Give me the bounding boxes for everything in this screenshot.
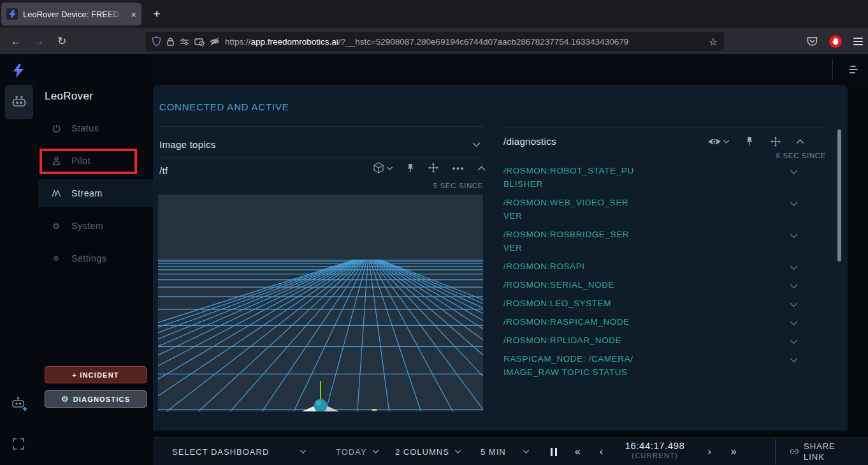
browser-tab[interactable]: LeoRover Device: FREED × xyxy=(1,3,141,26)
tracking-shield-icon[interactable] xyxy=(152,36,161,47)
pin-icon[interactable] xyxy=(406,163,415,173)
share-link-button[interactable]: SHARE LINK xyxy=(790,441,835,462)
pocket-icon[interactable] xyxy=(807,36,818,47)
new-tab-button[interactable]: + xyxy=(148,5,166,23)
date-dropdown[interactable]: TODAY xyxy=(336,438,378,465)
fullscreen-expand-icon[interactable] xyxy=(13,438,24,450)
chevron-down-icon xyxy=(472,139,481,147)
diagnostics-list: /ROSMON:ROBOT_STATE_PUBLISHER /ROSMON:WE… xyxy=(503,164,826,379)
top-bar-divider xyxy=(832,59,833,80)
view-3d-cube-select[interactable] xyxy=(372,161,392,174)
bookmark-star-icon[interactable]: ☆ xyxy=(709,36,718,48)
columns-label: 2 COLUMNS xyxy=(395,447,449,457)
incident-button[interactable]: + INCIDENT xyxy=(45,366,147,383)
diagnostics-scrollbar[interactable] xyxy=(837,129,841,262)
lock-icon[interactable] xyxy=(166,37,175,47)
eye-blocked-icon[interactable] xyxy=(210,37,220,46)
dashboard-bottom-bar: SELECT DASHBOARD TODAY 2 COLUMNS 5 MIN «… xyxy=(153,437,868,465)
chevron-down-icon[interactable] xyxy=(790,355,798,363)
chevron-down-icon[interactable] xyxy=(790,166,798,175)
chevron-down-icon[interactable] xyxy=(790,299,798,307)
chevron-down-icon[interactable] xyxy=(790,336,798,344)
pin-icon[interactable] xyxy=(745,137,754,146)
sidebar-item-label: Stream xyxy=(71,188,103,198)
pause-button[interactable] xyxy=(551,438,557,465)
more-options-icon[interactable]: ••• xyxy=(452,163,465,173)
diagnostic-entry[interactable]: /ROSMON:ROSBRIDGE_SERVER xyxy=(503,228,826,255)
url-path: /?__hstc=52908087.280e69194c6744d07aacb2… xyxy=(338,37,628,47)
tf-3d-viewport[interactable] xyxy=(158,195,483,411)
pilot-person-icon xyxy=(51,156,61,165)
skip-forward-button[interactable]: › xyxy=(707,438,712,465)
sidebar-item-settings[interactable]: ⚙ Settings xyxy=(38,244,153,272)
extension-hand-icon[interactable] xyxy=(829,35,842,48)
move-icon[interactable] xyxy=(428,163,438,173)
gears-icon: ⚙ xyxy=(61,394,69,404)
chevron-down-icon[interactable] xyxy=(790,281,798,289)
chevron-down-icon[interactable] xyxy=(790,318,798,326)
chevron-down-icon[interactable] xyxy=(790,230,798,239)
move-icon[interactable] xyxy=(770,137,781,147)
diagnostic-entry[interactable]: /ROSMON:RASPICAM_NODE xyxy=(503,315,826,328)
settings-gear-icon: ⚙ xyxy=(51,255,61,263)
sidebar-item-status[interactable]: Status xyxy=(38,114,153,142)
divider xyxy=(503,128,826,128)
chevron-down-icon xyxy=(372,448,379,454)
diagnostic-entry[interactable]: /ROSMON:RPLIDAR_NODE xyxy=(503,334,826,347)
device-sidebar: LeoRover Status Pilot Stream ⚙ System ⚙ … xyxy=(38,54,153,465)
diagnostics-panel-header: /diagnostics xyxy=(503,136,826,147)
sidebar-item-label: Settings xyxy=(71,253,106,263)
sort-filter-icon[interactable] xyxy=(849,66,858,73)
columns-dropdown[interactable]: 2 COLUMNS xyxy=(395,438,460,465)
diagnostic-entry[interactable]: RASPICAM_NODE: /CAMERA/IMAGE_RAW TOPIC S… xyxy=(503,352,826,379)
chevron-down-icon xyxy=(454,448,461,454)
sidebar-item-label: Pilot xyxy=(71,156,90,166)
skip-back-button[interactable]: ‹ xyxy=(599,438,604,465)
autoplay-blocked-icon[interactable] xyxy=(194,38,205,46)
diagnostic-entry[interactable]: /ROSMON:SERIAL_NODE xyxy=(503,278,826,292)
chevron-down-icon xyxy=(523,448,529,454)
select-dashboard-label: SELECT DASHBOARD xyxy=(172,447,269,457)
diagnostic-entry[interactable]: /ROSMON:WEB_VIDEO_SERVER xyxy=(503,196,826,223)
diagnostic-entry[interactable]: /ROSMON:ROBOT_STATE_PUBLISHER xyxy=(503,164,826,191)
diagnostics-button[interactable]: ⚙ DIAGNOSTICS xyxy=(45,390,147,408)
url-bar[interactable]: https://app.freedomrobotics.ai/?__hstc=5… xyxy=(145,32,724,51)
tab-title: LeoRover Device: FREED xyxy=(23,10,128,19)
select-dashboard-dropdown[interactable]: SELECT DASHBOARD xyxy=(172,438,305,465)
visibility-eye-select[interactable] xyxy=(707,137,728,146)
collapse-chevron-up-icon[interactable] xyxy=(796,139,804,147)
chevron-down-icon[interactable] xyxy=(790,198,798,207)
diagnostics-panel-title: /diagnostics xyxy=(503,136,556,147)
playback-time-value: 16:44:17.498 xyxy=(615,440,695,451)
chevron-down-icon[interactable] xyxy=(790,262,798,270)
sidebar-item-stream[interactable]: Stream xyxy=(38,179,153,207)
add-device-robot-icon[interactable] xyxy=(10,395,29,413)
freedom-logo-lightning-icon[interactable] xyxy=(11,63,25,78)
menu-hamburger-icon[interactable] xyxy=(853,38,863,45)
url-protocol: https:// xyxy=(225,37,251,47)
skip-back-fast-button[interactable]: « xyxy=(574,438,581,465)
sidebar-item-system[interactable]: ⚙ System xyxy=(38,212,153,240)
forward-icon[interactable]: → xyxy=(29,33,48,50)
back-icon[interactable]: ← xyxy=(6,33,25,50)
system-gear-icon: ⚙ xyxy=(51,221,61,231)
reload-icon[interactable]: ↻ xyxy=(52,33,71,50)
device-name: LeoRover xyxy=(45,90,93,103)
collapse-chevron-up-icon[interactable] xyxy=(477,165,486,173)
device-robot-icon[interactable] xyxy=(5,85,33,119)
skip-forward-fast-button[interactable]: » xyxy=(730,438,737,465)
chevron-down-icon xyxy=(300,448,307,454)
url-text[interactable]: https://app.freedomrobotics.ai/?__hstc=5… xyxy=(225,37,704,47)
sidebar-item-pilot[interactable]: Pilot xyxy=(38,147,153,175)
tab-close-icon[interactable]: × xyxy=(131,9,136,20)
diagnostic-entry[interactable]: /ROSMON:ROSAPI xyxy=(503,260,826,273)
tf-since-label: 5 SEC SINCE xyxy=(356,182,483,189)
stream-wave-icon xyxy=(51,189,61,197)
diagnostic-entry[interactable]: /ROSMON:LEO_SYSTEM xyxy=(503,297,826,310)
image-topics-select[interactable]: Image topics xyxy=(159,137,483,152)
permissions-sliders-icon[interactable] xyxy=(180,38,189,45)
share-label-line1: SHARE xyxy=(804,441,835,451)
interval-dropdown[interactable]: 5 MIN xyxy=(481,438,528,465)
playback-time-mode: (CURRENT) xyxy=(615,452,695,459)
device-content-panel: CONNECTED AND ACTIVE Image topics /tf ••… xyxy=(153,85,848,431)
